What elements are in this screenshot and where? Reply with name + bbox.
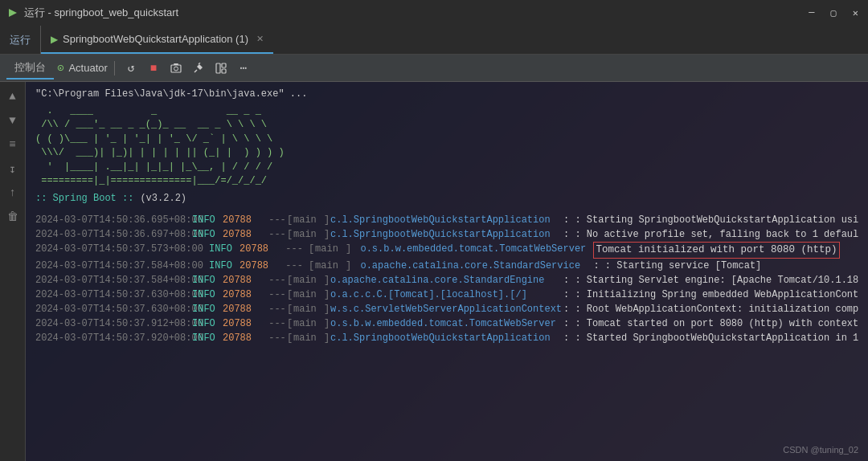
minimize-button[interactable]: — xyxy=(805,6,817,20)
pin-button[interactable] xyxy=(189,59,208,78)
log-line: 2024-03-07T14:50:37.920+08:00 INFO 20788… xyxy=(29,331,865,345)
log-message: : : Root WebApplicationContext: initiali… xyxy=(563,302,858,316)
layout-button[interactable] xyxy=(211,59,231,78)
spring-banner: . ____ _ __ _ _ /\\ / ___'_ __ _ _(_)_ _… xyxy=(29,101,865,191)
log-line: 2024-03-07T14:50:37.912+08:00 INFO 20788… xyxy=(29,316,865,331)
sidebar-clear-button[interactable]: 🗑 xyxy=(2,206,24,228)
log-bracket-close: ] xyxy=(346,259,357,273)
watermark: CSDN @tuning_02 xyxy=(783,445,858,455)
sidebar-filter-button[interactable]: ≡ xyxy=(2,133,24,156)
log-timestamp: 2024-03-07T14:50:37.630+08:00 xyxy=(35,288,192,302)
actuator-icon: ⊙ xyxy=(57,61,63,75)
spring-version: (v3.2.2) xyxy=(140,191,186,206)
log-bracket-open: [ xyxy=(287,316,293,331)
run-section-label: 运行 xyxy=(0,26,41,54)
sidebar-export-button[interactable]: ↧ xyxy=(2,157,24,180)
title-bar-controls: — ▢ ✕ xyxy=(805,6,862,21)
log-message: : : Tomcat started on port 8080 (http) w… xyxy=(563,316,858,331)
stop-button[interactable]: ■ xyxy=(144,59,163,78)
log-message: : : Starting SpringbootWebQuickstartAppl… xyxy=(563,213,858,227)
spring-label: :: Spring Boot :: xyxy=(35,191,133,206)
log-bracket-open: [ xyxy=(287,213,293,227)
log-timestamp: 2024-03-07T14:50:37.912+08:00 xyxy=(35,316,192,331)
log-pid: 20788 xyxy=(223,213,263,227)
main-area: ▲ ▼ ≡ ↧ ↑ 🗑 "C:\Program Files\Java\jdk-1… xyxy=(0,82,868,461)
log-class: o.a.c.c.C.[Tomcat].[localhost].[/] xyxy=(330,288,563,302)
log-thread: main xyxy=(315,259,346,273)
log-level: INFO xyxy=(192,302,223,316)
log-pid: 20788 xyxy=(223,288,263,302)
log-sep: --- xyxy=(280,259,309,273)
svg-line-4 xyxy=(194,70,197,72)
log-message: : : No active profile set, falling back … xyxy=(563,227,858,242)
log-line: 2024-03-07T14:50:37.630+08:00 INFO 20788… xyxy=(29,288,865,302)
log-sep: --- xyxy=(263,316,287,331)
log-bracket-close: ] xyxy=(324,288,327,302)
log-bracket-close: ] xyxy=(324,227,327,242)
log-message-highlighted: Tomcat initialized with port 8080 (http) xyxy=(593,242,839,259)
tab-bar: 运行 ▶ SpringbootWebQuickstartApplication … xyxy=(0,26,868,55)
log-line: 2024-03-07T14:50:36.697+08:00 INFO 20788… xyxy=(29,227,865,242)
log-sep: --- xyxy=(263,302,287,316)
log-bracket-close: ] xyxy=(324,316,327,331)
log-class: o.apache.catalina.core.StandardService xyxy=(360,259,593,273)
restore-button[interactable]: ▢ xyxy=(828,6,840,21)
console-tab[interactable]: 控制台 xyxy=(6,57,54,80)
sidebar-up-button[interactable]: ▲ xyxy=(2,85,24,108)
close-button[interactable]: ✕ xyxy=(850,6,862,21)
log-level: INFO xyxy=(209,242,240,256)
log-thread: main xyxy=(293,273,324,288)
command-line: "C:\Program Files\Java\jdk-17\bin\java.e… xyxy=(29,87,865,101)
log-timestamp: 2024-03-07T14:50:36.697+08:00 xyxy=(35,227,192,242)
log-level: INFO xyxy=(192,273,223,288)
log-line: 2024-03-07T14:50:37.584+08:00 INFO 20788… xyxy=(29,259,865,273)
log-message: : : Initializing Spring embedded WebAppl… xyxy=(563,288,858,302)
reload-button[interactable]: ↺ xyxy=(121,59,141,78)
log-line: 2024-03-07T14:50:37.630+08:00 INFO 20788… xyxy=(29,302,865,316)
log-level: INFO xyxy=(192,288,223,302)
log-sep: --- xyxy=(263,331,287,345)
log-bracket-close: ] xyxy=(324,273,327,288)
sidebar: ▲ ▼ ≡ ↧ ↑ 🗑 xyxy=(0,82,26,461)
log-thread: main xyxy=(315,242,346,256)
log-bracket-open: [ xyxy=(309,242,315,256)
svg-rect-7 xyxy=(222,63,226,67)
log-class: o.s.b.w.embedded.tomcat.TomcatWebServer xyxy=(330,316,563,331)
svg-marker-0 xyxy=(9,9,17,17)
sidebar-scroll-top-button[interactable]: ↑ xyxy=(2,182,24,204)
app-window: 运行 - springboot_web_quickstart — ▢ ✕ 运行 … xyxy=(0,0,868,461)
log-thread: main xyxy=(293,227,324,242)
log-level: INFO xyxy=(192,331,223,345)
log-level: INFO xyxy=(192,316,223,331)
actuator-label[interactable]: Actuator xyxy=(68,62,107,74)
log-bracket-close: ] xyxy=(324,213,327,227)
log-pid: 20788 xyxy=(240,259,280,273)
log-message: : : Started SpringbootWebQuickstartAppli… xyxy=(563,331,858,345)
log-bracket-open: [ xyxy=(287,227,293,242)
log-thread: main xyxy=(293,316,324,331)
log-level: INFO xyxy=(192,227,223,242)
log-timestamp: 2024-03-07T14:50:37.584+08:00 xyxy=(35,259,209,273)
log-container: 2024-03-07T14:50:36.695+08:00 INFO 20788… xyxy=(29,213,865,345)
log-thread: main xyxy=(293,331,324,345)
log-timestamp: 2024-03-07T14:50:36.695+08:00 xyxy=(35,213,192,227)
log-level: INFO xyxy=(209,259,240,273)
log-class: c.l.SpringbootWebQuickstartApplication xyxy=(330,213,563,227)
toolbar: 控制台 ⊙ Actuator ↺ ■ ⋯ xyxy=(0,55,868,82)
log-pid: 20788 xyxy=(223,227,263,242)
log-message: : : Starting Servlet engine: [Apache Tom… xyxy=(563,273,858,288)
console-output[interactable]: "C:\Program Files\Java\jdk-17\bin\java.e… xyxy=(26,82,868,461)
snapshot-button[interactable] xyxy=(166,59,186,78)
log-class: w.s.c.ServletWebServerApplicationContext xyxy=(330,302,563,316)
spring-version-row: :: Spring Boot :: (v3.2.2) xyxy=(29,191,865,206)
more-button[interactable]: ⋯ xyxy=(234,59,253,78)
log-pid: 20788 xyxy=(223,302,263,316)
active-tab[interactable]: ▶ SpringbootWebQuickstartApplication (1)… xyxy=(41,26,273,54)
log-class: o.apache.catalina.core.StandardEngine xyxy=(330,273,563,288)
tab-close-button[interactable]: ✕ xyxy=(256,34,264,44)
log-bracket-open: [ xyxy=(287,302,293,316)
log-sep: --- xyxy=(263,213,287,227)
log-message: : : Starting service [Tomcat] xyxy=(593,259,761,273)
sidebar-down-button[interactable]: ▼ xyxy=(2,109,24,132)
log-line: 2024-03-07T14:50:37.584+08:00 INFO 20788… xyxy=(29,273,865,288)
